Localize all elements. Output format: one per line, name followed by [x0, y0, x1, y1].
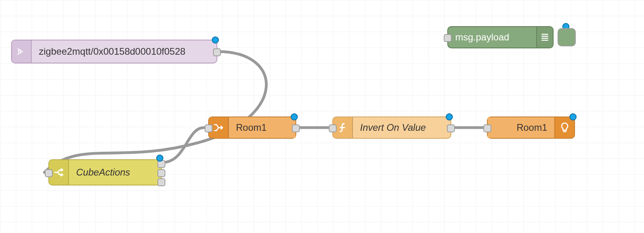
output-port-2[interactable] — [157, 169, 165, 177]
node-label: CubeActions — [69, 160, 161, 185]
changed-indicator — [212, 36, 219, 44]
output-port[interactable] — [292, 124, 300, 132]
svg-point-0 — [21, 51, 23, 52]
changed-indicator — [446, 113, 453, 120]
debug-icon — [536, 27, 553, 48]
input-port[interactable] — [205, 124, 213, 132]
node-label: zigbee2mqtt/0x00158d00010f0528 — [32, 40, 217, 63]
wire-mqtt-to-switch[interactable] — [44, 52, 266, 172]
changed-indicator — [569, 113, 577, 120]
node-label: msg.payload — [448, 27, 536, 48]
node-ha-state-room1[interactable]: Room1 — [208, 116, 296, 139]
node-mqtt-in[interactable]: zigbee2mqtt/0x00158d00010f0528 — [11, 40, 217, 63]
node-ha-service-room1[interactable]: Room1 — [487, 116, 575, 139]
changed-indicator — [291, 113, 298, 120]
flow-canvas[interactable]: zigbee2mqtt/0x00158d00010f0528 CubeActio… — [0, 0, 644, 233]
input-port[interactable] — [45, 169, 53, 177]
output-port[interactable] — [213, 48, 221, 56]
broadcast-icon — [12, 40, 32, 63]
node-label: Invert On Value — [353, 117, 450, 138]
input-port[interactable] — [444, 34, 452, 42]
input-port[interactable] — [483, 124, 491, 132]
output-port-3[interactable] — [157, 178, 165, 186]
node-label: Room1 — [229, 117, 295, 138]
wire-switch-to-hain[interactable] — [162, 128, 204, 162]
lightbulb-icon — [554, 117, 574, 138]
node-switch-cubeactions[interactable]: CubeActions — [48, 159, 162, 185]
changed-indicator — [156, 155, 163, 162]
node-function-invert[interactable]: Invert On Value — [332, 116, 451, 139]
output-port[interactable] — [447, 124, 455, 132]
input-port[interactable] — [329, 124, 337, 132]
node-debug[interactable]: msg.payload — [447, 26, 554, 48]
debug-toggle-button[interactable] — [558, 28, 576, 46]
node-label: Room1 — [488, 117, 554, 138]
